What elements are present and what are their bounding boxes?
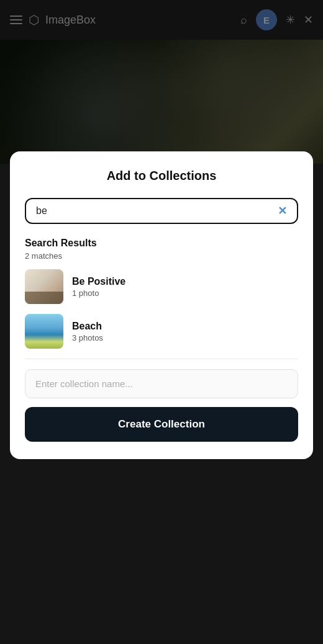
result-count-0: 1 photo	[72, 288, 125, 298]
search-box: ✕	[25, 198, 298, 224]
result-thumb-beach	[25, 314, 63, 349]
modal-title: Add to Collections	[25, 169, 298, 183]
results-title: Search Results	[25, 238, 298, 249]
create-collection-button[interactable]: Create Collection	[25, 407, 298, 442]
result-thumb-bepositive	[25, 269, 63, 304]
result-item-bepositive[interactable]: Be Positive 1 photo	[25, 269, 298, 304]
collection-name-input[interactable]	[25, 369, 298, 398]
divider	[25, 359, 298, 359]
clear-icon[interactable]: ✕	[278, 205, 287, 217]
result-name-1: Beach	[72, 321, 103, 332]
modal-overlay: Add to Collections ✕ Search Results 2 ma…	[0, 0, 323, 644]
result-item-beach[interactable]: Beach 3 photos	[25, 314, 298, 349]
result-name-0: Be Positive	[72, 276, 125, 287]
result-count-1: 3 photos	[72, 333, 103, 342]
results-count: 2 matches	[25, 251, 298, 261]
search-input[interactable]	[36, 205, 273, 217]
modal: Add to Collections ✕ Search Results 2 ma…	[10, 151, 313, 459]
